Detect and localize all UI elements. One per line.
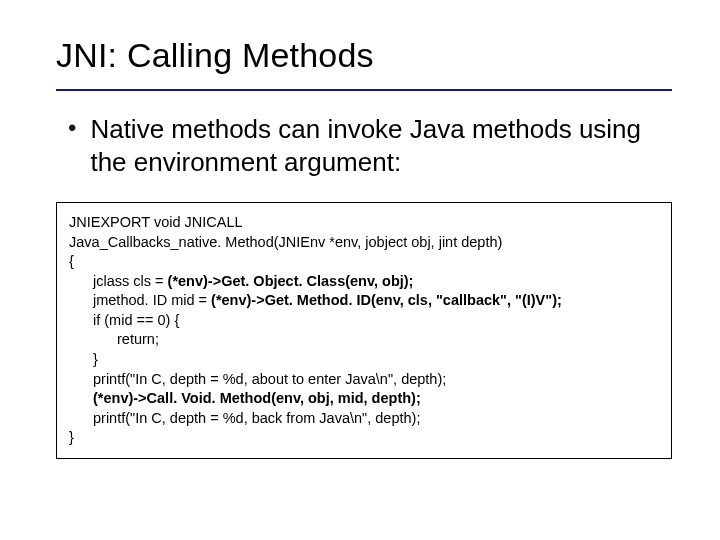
code-line: } (69, 428, 659, 448)
bullet-text: Native methods can invoke Java methods u… (90, 113, 672, 178)
code-box: JNIEXPORT void JNICALL Java_Callbacks_na… (56, 202, 672, 459)
code-line: if (mid == 0) { (69, 311, 659, 331)
code-line: JNIEXPORT void JNICALL (69, 213, 659, 233)
code-line: { (69, 252, 659, 272)
code-line: printf("In C, depth = %d, about to enter… (69, 370, 659, 390)
slide-title: JNI: Calling Methods (56, 36, 672, 75)
code-line: } (69, 350, 659, 370)
code-line: jmethod. ID mid = (*env)->Get. Method. I… (69, 291, 659, 311)
bullet-item: • Native methods can invoke Java methods… (68, 113, 672, 178)
code-line: Java_Callbacks_native. Method(JNIEnv *en… (69, 233, 659, 253)
title-rule (56, 89, 672, 91)
bullet-dot-icon: • (68, 113, 76, 143)
code-line: return; (69, 330, 659, 350)
code-line: jclass cls = (*env)->Get. Object. Class(… (69, 272, 659, 292)
slide: JNI: Calling Methods • Native methods ca… (0, 0, 720, 540)
code-line: (*env)->Call. Void. Method(env, obj, mid… (69, 389, 659, 409)
code-line: printf("In C, depth = %d, back from Java… (69, 409, 659, 429)
